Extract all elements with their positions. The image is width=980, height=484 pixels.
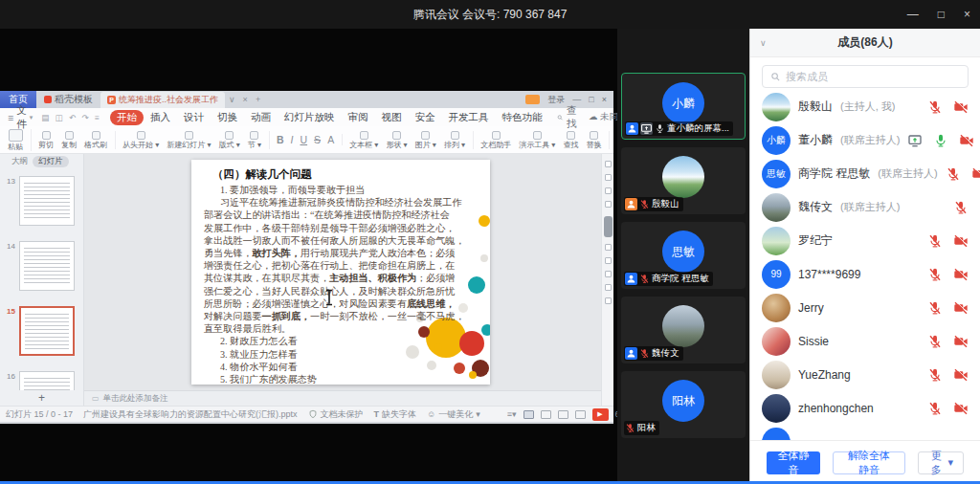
video-tile[interactable]: 思敏商学院 程思敏 — [621, 222, 746, 289]
add-slide-button[interactable]: + — [0, 390, 83, 406]
wps-docer-tab[interactable]: 稻壳模板 — [36, 91, 100, 108]
muted-mic-icon[interactable] — [625, 423, 635, 433]
close-icon[interactable]: × — [964, 8, 970, 21]
member-search-box[interactable] — [762, 65, 969, 88]
tab-outline[interactable]: 大纲 — [11, 156, 28, 167]
font-format-group[interactable]: BIUSA — [277, 134, 343, 145]
toolbar-button[interactable]: 文本框 ▾ — [349, 131, 378, 149]
rail-tool-icon[interactable] — [605, 174, 612, 181]
camera-off-icon[interactable] — [953, 367, 969, 383]
muted-mic-icon[interactable] — [927, 233, 943, 249]
muted-mic-icon[interactable] — [639, 348, 650, 359]
ribbon-tab-2[interactable]: 设计 — [177, 110, 211, 125]
new-tab-button[interactable]: + — [252, 91, 264, 108]
current-slide[interactable]: （四）解读几个问题 1. 要加强领导，而领导要敢于担当习近平在统筹推进新冠肺炎疫… — [191, 160, 490, 385]
rail-tool-icon[interactable] — [605, 284, 612, 291]
member-row[interactable]: YueZhang — [750, 358, 980, 391]
format-u-button[interactable]: U — [301, 134, 308, 145]
toolbar-button[interactable]: 替换 — [586, 131, 601, 149]
notes-bar[interactable]: ▭ 单击此处添加备注 — [84, 390, 601, 406]
right-tool-rail[interactable] — [601, 154, 613, 406]
wps-document-tab[interactable]: P 统筹推进疫..社会发展工作 — [100, 92, 225, 108]
format-i-button[interactable]: I — [291, 134, 294, 145]
member-row[interactable]: zhenhongchen — [750, 391, 980, 425]
toolbar-button[interactable]: 节 ▾ — [248, 131, 261, 149]
camera-off-icon[interactable] — [953, 401, 969, 416]
mic-on-icon[interactable] — [933, 133, 948, 148]
toolbar-button[interactable]: 图片 ▾ — [415, 131, 436, 149]
reading-view-icon[interactable] — [558, 410, 568, 419]
slide-thumbnail[interactable] — [19, 176, 75, 226]
presenting-screen-icon[interactable] — [907, 133, 923, 148]
camera-off-icon[interactable] — [953, 99, 969, 115]
tab-slides[interactable]: 幻灯片 — [33, 156, 69, 167]
toolbar-button[interactable]: 从头开始 ▾ — [122, 131, 159, 149]
wps-minimize-icon[interactable]: — — [572, 95, 581, 104]
member-row[interactable]: Sissie — [750, 324, 980, 358]
wps-close-icon[interactable]: × — [602, 95, 607, 104]
muted-mic-icon[interactable] — [946, 166, 961, 182]
member-row[interactable]: 思敏商学院 程思敏(联席主持人) — [750, 157, 980, 190]
ribbon-tab-3[interactable]: 切换 — [211, 110, 244, 125]
ribbon-tab-8[interactable]: 安全 — [408, 110, 441, 125]
maximize-icon[interactable]: □ — [938, 8, 945, 21]
video-tile[interactable]: 魏传文 — [621, 297, 746, 363]
rail-tool-icon[interactable] — [605, 161, 612, 167]
ribbon-tab-10[interactable]: 特色功能 — [495, 110, 548, 125]
toolbar-button[interactable]: 文档助手 — [480, 131, 511, 149]
member-row[interactable]: 罗纪宁 — [750, 224, 980, 257]
rail-tool-icon[interactable] — [605, 244, 612, 251]
member-row[interactable] — [750, 425, 980, 440]
toolbar-button[interactable]: 演示工具 ▾ — [519, 131, 555, 149]
collapse-panel-icon[interactable]: ∨ — [760, 38, 767, 48]
muted-mic-icon[interactable] — [927, 267, 943, 282]
camera-off-icon[interactable] — [953, 334, 969, 349]
toolbar-button[interactable]: 格式刷 — [84, 131, 107, 149]
toolbar-button[interactable]: 复制 — [61, 131, 77, 149]
rail-tool-icon[interactable] — [605, 271, 612, 277]
format-b-button[interactable]: B — [277, 134, 284, 145]
ribbon-find-button[interactable]: 查找 — [557, 104, 580, 131]
more-button[interactable]: 更多 ▾ — [918, 451, 964, 474]
member-row[interactable]: 殷毅山(主持人, 我) — [750, 90, 980, 123]
camera-off-icon[interactable] — [971, 166, 980, 182]
slide-sorter-view-icon[interactable] — [541, 410, 551, 419]
member-row[interactable]: Jerry — [750, 291, 980, 324]
outline-view-icon[interactable] — [575, 410, 586, 419]
ribbon-tab-5[interactable]: 幻灯片放映 — [278, 110, 342, 125]
rail-tool-icon[interactable] — [605, 187, 612, 194]
wps-vip-badge-icon[interactable] — [525, 95, 540, 104]
ribbon-tab-0[interactable]: 开始 — [110, 110, 144, 125]
camera-off-icon[interactable] — [953, 233, 969, 249]
toolbar-button[interactable]: 粘贴 — [8, 129, 23, 151]
normal-view-icon[interactable] — [523, 410, 534, 419]
camera-off-icon[interactable] — [953, 300, 969, 316]
muted-mic-icon[interactable] — [927, 300, 943, 316]
member-search-input[interactable] — [786, 71, 960, 82]
quick-access-toolbar[interactable]: ▤ ◫ ↶ ↷ ≡ — [41, 113, 101, 122]
muted-mic-icon[interactable] — [927, 401, 943, 416]
rail-tool-icon[interactable] — [605, 257, 612, 264]
ribbon-tab-1[interactable]: 插入 — [144, 110, 177, 125]
member-row[interactable]: 魏传文(联席主持人) — [750, 190, 980, 224]
unmute-all-button[interactable]: 解除全体静音 — [833, 451, 905, 474]
slide-thumbnail[interactable] — [19, 306, 75, 356]
toolbar-button[interactable]: 剪切 — [38, 131, 54, 149]
muted-mic-icon[interactable] — [927, 99, 943, 115]
notes-toggle-icon[interactable]: ≡▾ — [507, 409, 517, 419]
tab-close-icon[interactable]: × — [239, 91, 252, 108]
rail-tool-icon[interactable] — [605, 201, 612, 208]
wps-restore-icon[interactable]: □ — [589, 95, 593, 104]
rail-tool-icon[interactable] — [605, 297, 612, 304]
toolbar-button[interactable]: 版式 ▾ — [219, 131, 240, 149]
toolbar-button[interactable]: 排列 ▾ — [444, 131, 465, 149]
slide-thumbnail[interactable] — [19, 241, 75, 291]
video-tile[interactable]: 殷毅山 — [621, 147, 746, 214]
mute-all-button[interactable]: 全体静音 — [767, 451, 820, 474]
missing-font-status[interactable]: T 缺失字体 — [374, 408, 417, 421]
ribbon-tab-4[interactable]: 动画 — [244, 110, 278, 125]
muted-mic-icon[interactable] — [927, 334, 943, 349]
ribbon-tab-6[interactable]: 审阅 — [341, 110, 374, 125]
protection-status[interactable]: 文档未保护 — [308, 408, 364, 421]
muted-mic-icon[interactable] — [953, 200, 969, 215]
